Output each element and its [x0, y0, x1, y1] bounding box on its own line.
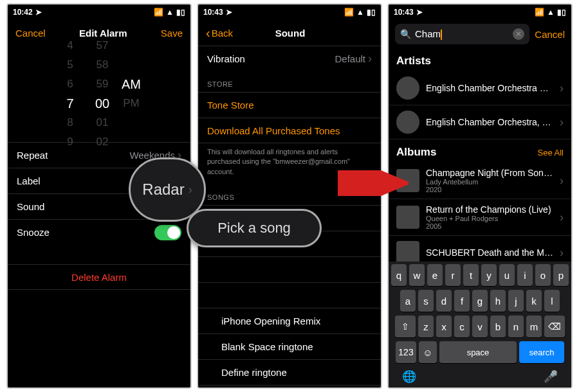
status-icons: 📶 ▲ ▮▯: [344, 8, 376, 17]
key-⌫[interactable]: ⌫: [544, 316, 565, 337]
repeat-label: Repeat: [17, 150, 48, 161]
picker-hour[interactable]: 4: [67, 36, 73, 55]
snooze-toggle[interactable]: [154, 225, 181, 240]
key-space[interactable]: space: [439, 341, 517, 363]
picker-hour[interactable]: 9: [67, 132, 73, 152]
picker-ampm[interactable]: AM: [122, 75, 141, 94]
key-j[interactable]: j: [508, 290, 524, 312]
clear-search-button[interactable]: ✕: [513, 28, 524, 40]
tone-store-link[interactable]: Tone Store: [198, 92, 381, 118]
artist-row[interactable]: English Chamber Orchestra & Mur…›: [389, 71, 571, 105]
key-⇧[interactable]: ⇧: [395, 316, 416, 337]
status-bar: 10:43 ➤ 📶 ▲ ▮▯: [389, 4, 571, 20]
see-all-link[interactable]: See All: [538, 148, 564, 157]
key-q[interactable]: q: [391, 264, 407, 286]
key-y[interactable]: y: [481, 264, 497, 286]
key-w[interactable]: w: [409, 264, 425, 286]
download-tones-link[interactable]: Download All Purchased Tones: [198, 118, 381, 143]
vibration-row[interactable]: Vibration Default›: [198, 46, 381, 71]
picker-hour[interactable]: 5: [67, 55, 73, 75]
key-g[interactable]: g: [472, 290, 488, 312]
callout-pick-song: Pick a song: [187, 209, 322, 247]
album-row[interactable]: Champagne Night (From Songlan…Lady Anteb…: [389, 163, 571, 199]
key-123[interactable]: 123: [396, 341, 416, 363]
snooze-row: Snooze: [8, 219, 190, 245]
signal-icon: 📶: [535, 8, 544, 17]
wifi-icon: ▲: [547, 8, 555, 17]
location-icon: ➤: [416, 8, 423, 17]
key-search[interactable]: search: [519, 341, 564, 363]
key-h[interactable]: h: [490, 290, 506, 312]
albums-header: Albums See All: [389, 139, 571, 163]
keyboard[interactable]: qwertyuiop asdfghjkl ⇧zxcvbnm⌫ 123 ☺ spa…: [389, 262, 571, 388]
search-field[interactable]: 🔍 Cham ✕: [395, 24, 529, 44]
mic-icon[interactable]: 🎤: [544, 370, 558, 384]
picker-minute[interactable]: 01: [96, 113, 109, 132]
vibration-value: Default: [335, 53, 365, 64]
battery-icon: ▮▯: [367, 8, 376, 17]
key-o[interactable]: o: [535, 264, 551, 286]
key-m[interactable]: m: [526, 316, 542, 337]
chevron-right-icon: ›: [560, 116, 564, 129]
key-r[interactable]: r: [445, 264, 461, 286]
cancel-button[interactable]: Cancel: [15, 28, 46, 39]
key-i[interactable]: i: [517, 264, 533, 286]
key-emoji[interactable]: ☺: [419, 341, 437, 363]
battery-icon: ▮▯: [176, 8, 185, 17]
chevron-right-icon: ›: [560, 246, 564, 260]
picker-hour[interactable]: 6: [67, 75, 73, 94]
cancel-search-button[interactable]: Cancel: [535, 29, 565, 40]
key-s[interactable]: s: [418, 290, 434, 312]
album-year: 2020: [426, 186, 553, 193]
key-l[interactable]: l: [544, 290, 560, 312]
time-picker[interactable]: 456789 575859000102 AMPM: [8, 46, 190, 142]
song-row[interactable]: Blank Space ringtone: [198, 334, 381, 359]
status-icons: 📶 ▲ ▮▯: [535, 8, 566, 17]
song-row[interactable]: iPhone Opening Remix: [198, 308, 381, 334]
picker-minute[interactable]: 59: [96, 75, 109, 94]
battery-icon: ▮▯: [557, 8, 566, 17]
key-c[interactable]: c: [454, 316, 470, 337]
key-n[interactable]: n: [508, 316, 524, 337]
label-label: Label: [17, 175, 41, 186]
search-icon: 🔍: [400, 29, 411, 39]
picker-ampm[interactable]: PM: [123, 94, 140, 113]
location-icon: ➤: [35, 8, 42, 17]
picker-minute[interactable]: 00: [95, 94, 109, 113]
save-button[interactable]: Save: [161, 28, 183, 39]
key-t[interactable]: t: [463, 264, 479, 286]
key-k[interactable]: k: [526, 290, 542, 312]
key-d[interactable]: d: [436, 290, 452, 312]
picker-hour[interactable]: 8: [67, 113, 73, 132]
key-u[interactable]: u: [499, 264, 515, 286]
key-z[interactable]: z: [418, 316, 434, 337]
song-row[interactable]: Define ringtone: [198, 359, 381, 385]
delete-alarm-button[interactable]: Delete Alarm: [8, 264, 190, 290]
artist-thumb: [396, 76, 419, 100]
key-p[interactable]: p: [553, 264, 569, 286]
key-b[interactable]: b: [490, 316, 506, 337]
key-v[interactable]: v: [472, 316, 488, 337]
key-x[interactable]: x: [436, 316, 452, 337]
key-e[interactable]: e: [427, 264, 443, 286]
picker-hour[interactable]: 7: [66, 94, 73, 113]
picker-minute[interactable]: 57: [96, 36, 109, 55]
album-row[interactable]: Return of the Champions (Live)Queen + Pa…: [389, 199, 571, 236]
phone-search: 10:43 ➤ 📶 ▲ ▮▯ 🔍 Cham ✕ Cancel Artists E…: [387, 3, 573, 389]
status-bar: 10:42 ➤ 📶 ▲ ▮▯: [8, 4, 190, 20]
picker-minute[interactable]: 58: [96, 55, 109, 75]
wifi-icon: ▲: [356, 8, 364, 17]
artist-row[interactable]: English Chamber Orchestra, Richa…›: [389, 105, 571, 139]
song-row[interactable]: Glee: [198, 385, 381, 389]
globe-icon[interactable]: 🌐: [402, 370, 416, 384]
artists-header: Artists: [389, 48, 571, 71]
location-icon: ➤: [226, 8, 232, 17]
artist-thumb: [396, 111, 419, 134]
picker-minute[interactable]: 02: [96, 132, 109, 152]
sound-label: Sound: [17, 201, 44, 212]
key-f[interactable]: f: [454, 290, 470, 312]
back-button[interactable]: ‹ Back: [206, 26, 233, 40]
key-a[interactable]: a: [400, 290, 416, 312]
search-input[interactable]: Cham: [415, 28, 509, 40]
album-sub: Queen + Paul Rodgers: [426, 215, 553, 222]
